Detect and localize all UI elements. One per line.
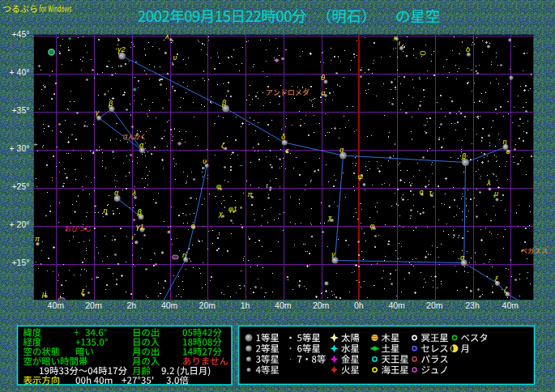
svg-text:α: α <box>460 254 465 262</box>
svg-text:40m: 40m <box>275 300 292 310</box>
svg-text:υ: υ <box>173 53 177 62</box>
svg-text:α: α <box>339 146 344 154</box>
svg-text:23h: 23h <box>465 300 480 310</box>
svg-text:2h: 2h <box>126 300 136 310</box>
svg-text:μ: μ <box>41 290 46 298</box>
svg-text:ι: ι <box>267 181 268 190</box>
svg-text:40m: 40m <box>48 300 65 310</box>
svg-text:γ: γ <box>96 109 100 117</box>
svg-text:+25°: +25° <box>11 181 29 191</box>
svg-text:β: β <box>137 208 142 216</box>
svg-text:+ 30°: + 30° <box>10 143 30 153</box>
svg-text:φ: φ <box>370 222 375 230</box>
svg-text:λ: λ <box>486 179 490 187</box>
svg-text:π: π <box>248 190 254 198</box>
svg-text:ο: ο <box>466 45 470 53</box>
svg-text:40m: 40m <box>161 300 178 310</box>
svg-text:φ1: φ1 <box>228 205 237 213</box>
svg-text:η: η <box>503 138 507 146</box>
svg-text:β: β <box>221 99 226 107</box>
svg-text:γ2: γ2 <box>117 45 126 53</box>
svg-text:υ: υ <box>203 157 207 165</box>
svg-text:μ: μ <box>493 190 498 198</box>
svg-text:γ1: γ1 <box>136 223 144 231</box>
svg-text:θ: θ <box>321 74 325 82</box>
svg-text:+ 20°: + 20° <box>10 219 30 229</box>
svg-text:α: α <box>114 189 119 197</box>
svg-text:+45°: +45° <box>11 29 29 39</box>
svg-text:φ: φ <box>216 182 221 190</box>
svg-text:20m: 20m <box>199 300 216 310</box>
svg-text:ο: ο <box>191 222 195 230</box>
svg-text:α: α <box>139 141 144 149</box>
svg-text:κ: κ <box>394 34 398 42</box>
svg-text:η: η <box>182 251 186 259</box>
svg-text:1h: 1h <box>241 300 250 310</box>
svg-text:+15°: +15° <box>11 258 29 267</box>
svg-text:20m: 20m <box>426 300 443 310</box>
svg-text:π: π <box>35 235 41 243</box>
svg-text:η: η <box>104 207 108 215</box>
svg-text:β: β <box>108 100 113 108</box>
svg-text:υ: υ <box>420 188 424 196</box>
svg-text:20m: 20m <box>313 300 330 310</box>
svg-text:ι: ι <box>399 39 400 47</box>
svg-text:ι: ι <box>132 233 134 241</box>
svg-text:20m: 20m <box>85 300 102 310</box>
svg-text:40m: 40m <box>388 300 405 310</box>
svg-text:ψ: ψ <box>358 173 364 181</box>
svg-text:+ 40°: + 40° <box>10 67 30 77</box>
svg-text:β: β <box>461 152 466 160</box>
svg-text:+35°: +35° <box>11 105 29 115</box>
svg-text:γ: γ <box>331 250 335 258</box>
svg-text:λ: λ <box>132 189 136 197</box>
svg-text:0h: 0h <box>354 300 364 310</box>
svg-text:σ: σ <box>321 89 326 97</box>
svg-text:40m: 40m <box>502 300 519 310</box>
svg-text:ο: ο <box>506 147 510 156</box>
